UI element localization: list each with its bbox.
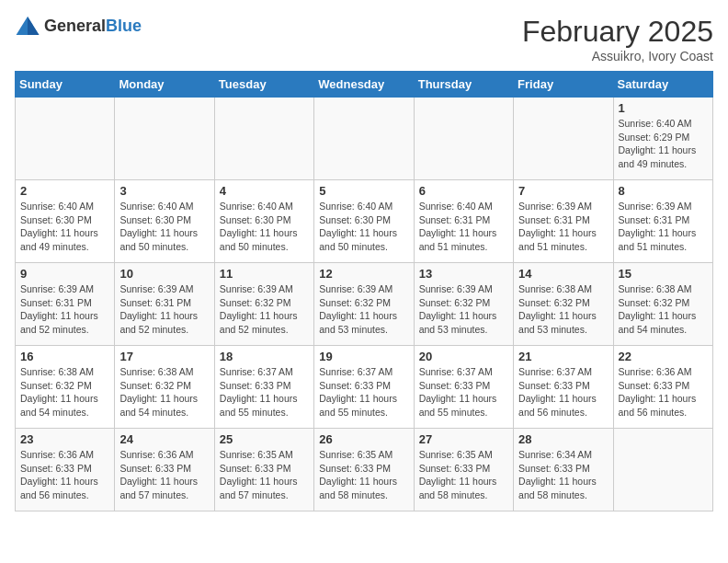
day-cell: 2Sunrise: 6:40 AM Sunset: 6:30 PM Daylig… [16,180,115,263]
day-info: Sunrise: 6:39 AM Sunset: 6:32 PM Dayligh… [419,282,508,337]
day-number: 14 [518,267,608,281]
day-info: Sunrise: 6:40 AM Sunset: 6:30 PM Dayligh… [220,200,309,254]
day-info: Sunrise: 6:36 AM Sunset: 6:33 PM Dayligh… [20,448,109,502]
day-info: Sunrise: 6:40 AM Sunset: 6:30 PM Dayligh… [319,200,408,254]
weekday-header-tuesday: Tuesday [214,72,313,98]
day-number: 26 [319,432,408,446]
day-number: 24 [119,432,209,446]
day-info: Sunrise: 6:37 AM Sunset: 6:33 PM Dayligh… [220,365,309,419]
day-number: 23 [20,432,109,446]
day-cell [514,98,613,180]
day-cell [115,98,214,180]
day-cell [314,98,414,180]
day-info: Sunrise: 6:36 AM Sunset: 6:33 PM Dayligh… [119,448,209,502]
day-number: 9 [20,267,109,281]
day-cell: 6Sunrise: 6:40 AM Sunset: 6:31 PM Daylig… [414,180,513,263]
day-info: Sunrise: 6:35 AM Sunset: 6:33 PM Dayligh… [419,448,508,502]
day-number: 13 [419,267,508,281]
day-number: 16 [20,350,109,363]
week-row-1: 1Sunrise: 6:40 AM Sunset: 6:29 PM Daylig… [16,98,713,180]
day-info: Sunrise: 6:36 AM Sunset: 6:33 PM Dayligh… [619,365,708,419]
day-cell: 9Sunrise: 6:39 AM Sunset: 6:31 PM Daylig… [16,263,115,346]
day-cell: 27Sunrise: 6:35 AM Sunset: 6:33 PM Dayli… [414,429,513,511]
day-cell [16,98,115,180]
day-cell: 1Sunrise: 6:40 AM Sunset: 6:29 PM Daylig… [613,98,712,180]
day-cell: 24Sunrise: 6:36 AM Sunset: 6:33 PM Dayli… [115,429,214,511]
day-info: Sunrise: 6:35 AM Sunset: 6:33 PM Dayligh… [220,448,309,502]
day-info: Sunrise: 6:35 AM Sunset: 6:33 PM Dayligh… [319,448,408,502]
day-cell: 16Sunrise: 6:38 AM Sunset: 6:32 PM Dayli… [16,346,115,429]
day-info: Sunrise: 6:38 AM Sunset: 6:32 PM Dayligh… [619,282,708,337]
logo-general: General [44,17,106,35]
day-cell: 12Sunrise: 6:39 AM Sunset: 6:32 PM Dayli… [314,263,414,346]
day-number: 8 [619,184,708,198]
title-block: February 2025 Assuikro, Ivory Coast [522,15,713,63]
day-cell: 22Sunrise: 6:36 AM Sunset: 6:33 PM Dayli… [613,346,712,429]
logo-blue: Blue [106,17,142,35]
day-cell: 5Sunrise: 6:40 AM Sunset: 6:30 PM Daylig… [314,180,414,263]
day-cell: 7Sunrise: 6:39 AM Sunset: 6:31 PM Daylig… [514,180,613,263]
week-row-4: 16Sunrise: 6:38 AM Sunset: 6:32 PM Dayli… [16,346,713,429]
day-info: Sunrise: 6:39 AM Sunset: 6:31 PM Dayligh… [518,200,608,254]
day-number: 10 [119,267,209,281]
day-cell: 25Sunrise: 6:35 AM Sunset: 6:33 PM Dayli… [214,429,313,511]
day-cell: 11Sunrise: 6:39 AM Sunset: 6:32 PM Dayli… [214,263,313,346]
day-cell: 8Sunrise: 6:39 AM Sunset: 6:31 PM Daylig… [613,180,712,263]
day-number: 1 [619,101,708,115]
day-info: Sunrise: 6:40 AM Sunset: 6:31 PM Dayligh… [419,200,508,254]
logo-icon [15,15,40,37]
calendar-subtitle: Assuikro, Ivory Coast [522,49,713,63]
weekday-header-friday: Friday [514,72,613,98]
svg-marker-1 [28,17,39,35]
day-number: 5 [319,184,408,198]
day-cell: 14Sunrise: 6:38 AM Sunset: 6:32 PM Dayli… [514,263,613,346]
day-info: Sunrise: 6:37 AM Sunset: 6:33 PM Dayligh… [419,365,508,419]
day-number: 19 [319,350,408,363]
day-cell [613,429,712,511]
day-info: Sunrise: 6:37 AM Sunset: 6:33 PM Dayligh… [518,365,608,419]
week-row-5: 23Sunrise: 6:36 AM Sunset: 6:33 PM Dayli… [16,429,713,511]
day-number: 18 [220,350,309,363]
weekday-header-sunday: Sunday [16,72,115,98]
day-number: 11 [220,267,309,281]
day-info: Sunrise: 6:40 AM Sunset: 6:30 PM Dayligh… [119,200,209,254]
day-cell: 20Sunrise: 6:37 AM Sunset: 6:33 PM Dayli… [414,346,513,429]
day-number: 17 [119,350,209,363]
day-info: Sunrise: 6:38 AM Sunset: 6:32 PM Dayligh… [20,365,109,419]
day-number: 7 [518,184,608,198]
logo: GeneralBlue [15,15,142,37]
day-cell: 17Sunrise: 6:38 AM Sunset: 6:32 PM Dayli… [115,346,214,429]
day-cell: 15Sunrise: 6:38 AM Sunset: 6:32 PM Dayli… [613,263,712,346]
day-cell: 10Sunrise: 6:39 AM Sunset: 6:31 PM Dayli… [115,263,214,346]
day-number: 20 [419,350,508,363]
day-cell: 21Sunrise: 6:37 AM Sunset: 6:33 PM Dayli… [514,346,613,429]
day-info: Sunrise: 6:39 AM Sunset: 6:31 PM Dayligh… [20,282,109,337]
day-number: 25 [220,432,309,446]
day-info: Sunrise: 6:39 AM Sunset: 6:32 PM Dayligh… [319,282,408,337]
day-info: Sunrise: 6:37 AM Sunset: 6:33 PM Dayligh… [319,365,408,419]
day-info: Sunrise: 6:39 AM Sunset: 6:31 PM Dayligh… [119,282,209,337]
day-cell [214,98,313,180]
day-info: Sunrise: 6:40 AM Sunset: 6:30 PM Dayligh… [20,200,109,254]
day-number: 12 [319,267,408,281]
week-row-3: 9Sunrise: 6:39 AM Sunset: 6:31 PM Daylig… [16,263,713,346]
weekday-header-monday: Monday [115,72,214,98]
day-number: 28 [518,432,608,446]
day-cell: 18Sunrise: 6:37 AM Sunset: 6:33 PM Dayli… [214,346,313,429]
weekday-header-thursday: Thursday [414,72,513,98]
weekday-row: SundayMondayTuesdayWednesdayThursdayFrid… [16,72,713,98]
day-cell: 28Sunrise: 6:34 AM Sunset: 6:33 PM Dayli… [514,429,613,511]
day-cell [414,98,513,180]
day-number: 2 [20,184,109,198]
week-row-2: 2Sunrise: 6:40 AM Sunset: 6:30 PM Daylig… [16,180,713,263]
day-cell: 26Sunrise: 6:35 AM Sunset: 6:33 PM Dayli… [314,429,414,511]
day-cell: 3Sunrise: 6:40 AM Sunset: 6:30 PM Daylig… [115,180,214,263]
day-number: 3 [119,184,209,198]
calendar-body: 1Sunrise: 6:40 AM Sunset: 6:29 PM Daylig… [16,98,713,511]
page-header: GeneralBlue February 2025 Assuikro, Ivor… [15,15,713,63]
calendar-header: SundayMondayTuesdayWednesdayThursdayFrid… [16,72,713,98]
day-info: Sunrise: 6:39 AM Sunset: 6:31 PM Dayligh… [619,200,708,254]
day-info: Sunrise: 6:39 AM Sunset: 6:32 PM Dayligh… [220,282,309,337]
weekday-header-saturday: Saturday [613,72,712,98]
day-info: Sunrise: 6:34 AM Sunset: 6:33 PM Dayligh… [518,448,608,502]
